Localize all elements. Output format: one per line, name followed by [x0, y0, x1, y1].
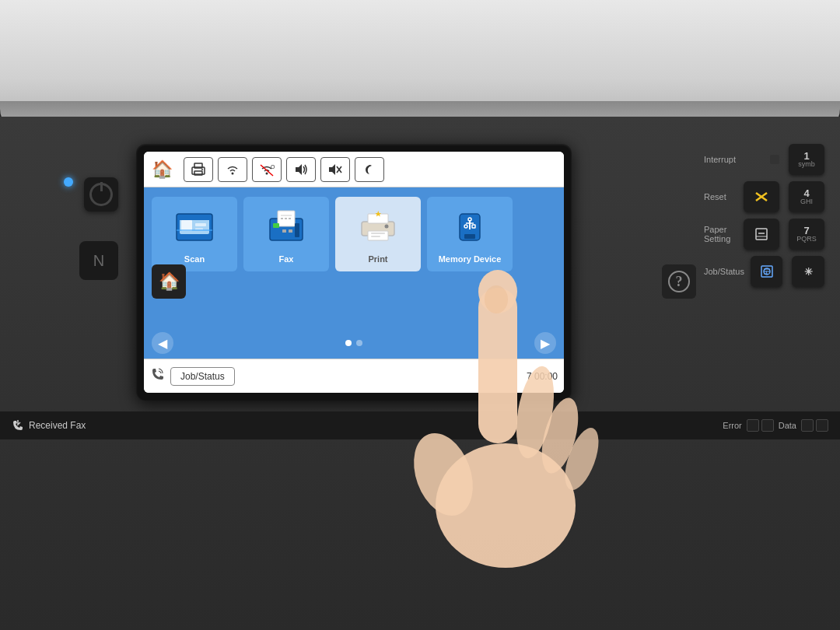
status-time: 7 00:00: [527, 371, 558, 382]
reset-row: Reset 4 GHI: [704, 181, 824, 212]
svg-point-5: [266, 172, 268, 174]
bezel-help-icon: ?: [668, 271, 690, 292]
svg-marker-8: [296, 164, 302, 175]
keypad-star-button[interactable]: ✳: [792, 256, 824, 287]
keypad-7-sub: PQRS: [796, 236, 817, 243]
error-led-2: [761, 419, 774, 432]
svg-rect-2: [194, 171, 202, 175]
job-status-icon: i: [758, 264, 775, 278]
nav-next-button[interactable]: ▶: [534, 332, 556, 354]
toolbar-wifi-btn[interactable]: [218, 157, 247, 182]
paper-setting-button[interactable]: [744, 219, 779, 250]
interrupt-row: Interrupt 1 symb: [704, 144, 824, 175]
fax-received-icon: [12, 420, 24, 431]
power-button-inner: [89, 183, 113, 206]
svg-rect-16: [195, 223, 206, 226]
bezel-home-button[interactable]: 🏠: [152, 264, 186, 299]
paper-setting-icon: [753, 227, 770, 241]
svg-rect-25: [289, 229, 292, 233]
lcd-toolbar: 🏠: [144, 152, 564, 187]
svg-point-4: [232, 172, 234, 174]
wifi-toolbar-icon: [225, 163, 240, 177]
reset-label: Reset: [704, 192, 737, 201]
svg-rect-24: [282, 229, 286, 233]
reset-button[interactable]: [744, 181, 779, 212]
scan-app-button[interactable]: Scan: [152, 197, 237, 271]
scan-label: Scan: [184, 254, 205, 264]
data-label: Data: [779, 421, 796, 430]
printer-lid: [0, 0, 840, 132]
keypad-1-button[interactable]: 1 symb: [789, 144, 824, 175]
svg-rect-26: [295, 223, 299, 237]
print-icon: [357, 206, 399, 248]
lcd-main-area: Scan: [144, 187, 564, 393]
phone-icon: [150, 368, 164, 385]
keypad-4-button[interactable]: 4 GHI: [789, 181, 824, 212]
bezel-help-button[interactable]: ?: [662, 264, 696, 299]
keypad-area: Interrupt 1 symb Reset 4 GHI Paper Setti…: [704, 144, 824, 287]
svg-rect-43: [756, 229, 767, 240]
toolbar-mute-btn[interactable]: [320, 157, 350, 182]
received-fax-label: Received Fax: [29, 420, 86, 431]
lcd-app-area: Scan: [144, 187, 564, 359]
keypad-4-sub: GHI: [800, 198, 813, 205]
wifi-off-toolbar-icon: OFF: [258, 163, 275, 177]
fax-app-button[interactable]: Fax: [243, 197, 329, 271]
data-led-2: [816, 419, 828, 432]
data-led-1: [801, 419, 814, 432]
nav-prev-button[interactable]: ◀: [152, 332, 173, 354]
error-leds: [747, 419, 774, 432]
data-leds: [801, 419, 828, 432]
keypad-1-sub: symb: [798, 161, 815, 168]
lcd-home-icon[interactable]: 🏠: [152, 159, 173, 180]
screen-bezel: 🏠: [136, 144, 572, 401]
svg-rect-31: [371, 233, 385, 234]
nfc-area: Ν: [79, 241, 118, 280]
svg-text:OFF: OFF: [271, 164, 275, 170]
memory-device-label: Memory Device: [439, 254, 502, 264]
keypad-7-button[interactable]: 7 PQRS: [789, 219, 824, 250]
reset-icon: [753, 190, 770, 204]
fax-label: Fax: [279, 254, 294, 264]
toolbar-wifi-off-btn[interactable]: OFF: [252, 157, 282, 182]
nfc-icon: Ν: [93, 252, 104, 270]
nav-dots: [345, 340, 362, 346]
fax-icon: [265, 206, 307, 248]
interrupt-led: [770, 155, 779, 164]
lcd-screen[interactable]: 🏠: [144, 152, 564, 393]
power-button[interactable]: [84, 177, 118, 212]
nav-dot-1: [345, 340, 352, 346]
keypad-star-num: ✳: [804, 267, 813, 277]
job-status-button[interactable]: Job/Status: [170, 367, 235, 386]
memory-device-app-button[interactable]: Memory Device: [427, 197, 513, 271]
lcd-statusbar: Job/Status 7 00:00: [144, 359, 564, 393]
scan-icon: [173, 206, 215, 248]
volume-toolbar-icon: [293, 163, 309, 177]
print-toolbar-icon: [191, 163, 206, 177]
interrupt-label: Interrupt: [704, 155, 764, 164]
toolbar-print-btn[interactable]: [184, 157, 213, 182]
error-led-1: [747, 419, 759, 432]
svg-point-3: [201, 169, 203, 170]
mute-toolbar-icon: [327, 163, 344, 177]
sleep-toolbar-icon: [362, 163, 377, 177]
toolbar-volume-btn[interactable]: [286, 157, 316, 182]
svg-rect-23: [273, 223, 279, 228]
usb-icon: [449, 206, 491, 248]
svg-rect-32: [371, 236, 380, 237]
job-status-keypad-button[interactable]: i: [751, 256, 783, 287]
bezel-home-icon: 🏠: [159, 271, 180, 292]
received-fax-status: Received Fax: [12, 420, 86, 431]
error-label: Error: [723, 421, 741, 430]
printer-statusbar: Received Fax Error Data: [0, 411, 840, 439]
nav-row: ◀ ▶: [144, 327, 564, 359]
app-icons-row: Scan: [144, 187, 564, 327]
toolbar-sleep-btn[interactable]: [355, 157, 384, 182]
paper-setting-row: Paper Setting 7 PQRS: [704, 219, 824, 250]
svg-rect-35: [464, 234, 475, 239]
svg-rect-14: [180, 217, 209, 220]
print-app-button[interactable]: Print: [335, 197, 421, 271]
svg-rect-15: [181, 220, 192, 231]
job-status-row: Job/Status i ✳: [704, 256, 824, 287]
svg-point-30: [385, 225, 389, 229]
